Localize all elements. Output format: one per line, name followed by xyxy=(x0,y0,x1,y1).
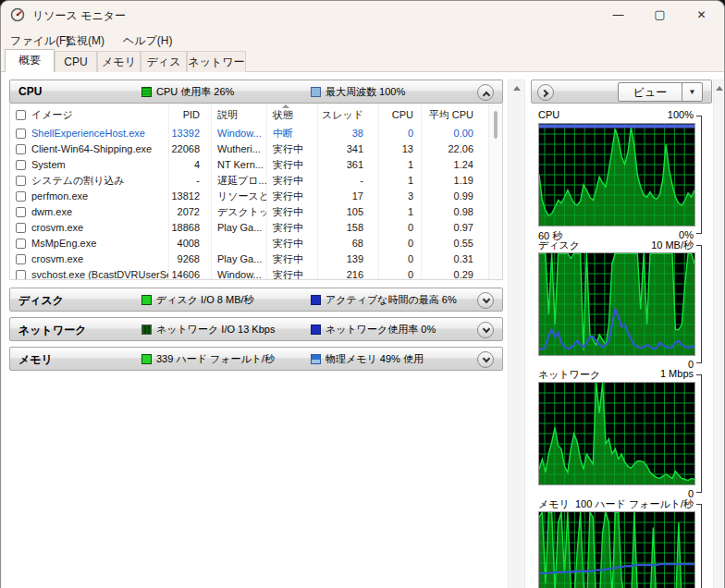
memory-section-header[interactable]: メモリ 339 ハード フォールト/秒 物理メモリ 49% 使用 xyxy=(9,347,503,371)
column-pid[interactable]: PID xyxy=(169,104,212,126)
network-section-title: ネットワーク xyxy=(18,323,86,338)
scroll-up-icon[interactable] xyxy=(513,86,521,91)
chevron-down-icon xyxy=(483,355,490,362)
process-row[interactable]: Client-Win64-Shipping.exe22068Wutheri...… xyxy=(10,141,502,157)
process-cell: 0.31 xyxy=(422,251,488,267)
process-checkbox[interactable] xyxy=(16,129,26,139)
title-bar: リソース モニター — ▢ ✕ xyxy=(1,1,724,29)
network-io-legend: ネットワーク I/O 13 Kbps xyxy=(141,323,275,337)
disk-graph-max-label: 10 MB/秒 xyxy=(651,239,694,252)
process-row[interactable]: システムの割り込み-遅延プロ...実行中-11.19 xyxy=(10,173,502,189)
resource-monitor-window: リソース モニター — ▢ ✕ ファイル(F) 監視(M) ヘルプ(H) 概要 … xyxy=(0,0,725,588)
column-threads[interactable]: スレッド xyxy=(318,104,379,126)
network-graph xyxy=(538,382,695,485)
tab-bar: 概要 CPU メモリ ディスク ネットワーク xyxy=(1,49,724,72)
process-checkbox[interactable] xyxy=(16,176,26,186)
network-io-swatch-icon xyxy=(141,325,152,335)
maximize-button[interactable]: ▢ xyxy=(639,1,681,29)
process-cell: 216 xyxy=(318,267,379,280)
tab-overview[interactable]: 概要 xyxy=(5,49,55,72)
process-checkbox[interactable] xyxy=(16,223,26,233)
network-section-header[interactable]: ネットワーク ネットワーク I/O 13 Kbps ネットワーク使用率 0% xyxy=(9,317,503,341)
cpu-graph-max-label: 100% xyxy=(668,109,694,120)
column-avg-cpu[interactable]: 平均 CPU xyxy=(422,104,488,126)
view-button-label: ビュー xyxy=(619,83,682,102)
process-row[interactable]: crosvm.exe9268Play Ga...実行中13900.31 xyxy=(10,251,502,267)
process-row[interactable]: MsMpEng.exe4008実行中6800.55 xyxy=(10,236,502,251)
cpu-section-header[interactable]: CPU CPU 使用率 26% 最大周波数 100% xyxy=(9,80,503,104)
cpu-graph-title: CPU xyxy=(538,109,559,120)
scroll-up-icon[interactable] xyxy=(716,86,723,91)
graph-panel-scrollbar[interactable] xyxy=(713,80,725,588)
process-checkbox[interactable] xyxy=(16,207,26,217)
disk-expand-button[interactable] xyxy=(477,292,494,309)
close-button[interactable]: ✕ xyxy=(681,1,722,29)
process-cell: - xyxy=(318,173,379,189)
network-graph-labels: ネットワーク 1 Mbps xyxy=(538,367,694,382)
process-checkbox[interactable] xyxy=(16,239,26,249)
network-graph-max-label: 1 Mbps xyxy=(660,368,694,379)
process-row[interactable]: dwm.exe2072デスクトッ...実行中10510.98 xyxy=(10,204,502,220)
disk-io-swatch-icon xyxy=(141,295,152,305)
process-checkbox[interactable] xyxy=(16,144,26,154)
table-scrollbar-thumb[interactable] xyxy=(494,111,498,139)
process-cell: 158 xyxy=(318,220,379,236)
process-cell: - xyxy=(169,173,212,189)
memory-graph xyxy=(538,511,695,588)
process-checkbox[interactable] xyxy=(16,270,26,280)
select-all-checkbox[interactable] xyxy=(16,110,26,120)
view-dropdown-icon[interactable]: ▼ xyxy=(682,83,702,101)
tab-network[interactable]: ネットワーク xyxy=(187,51,246,72)
cpu-scale-bracket xyxy=(696,116,702,234)
process-row[interactable]: System4NT Kern...実行中36111.24 xyxy=(10,157,502,173)
process-cell: perfmon.exe xyxy=(10,189,169,204)
panel-collapse-button[interactable] xyxy=(537,84,554,101)
process-cell: 実行中 xyxy=(267,236,318,251)
column-status[interactable]: 状態 xyxy=(267,104,318,126)
process-cell: 0.00 xyxy=(422,126,488,141)
process-row[interactable]: perfmon.exe13812リソースと...実行中1730.99 xyxy=(10,189,502,204)
main-scrollbar[interactable] xyxy=(508,80,525,588)
cpu-usage-legend: CPU 使用率 26% xyxy=(141,85,234,99)
tab-cpu[interactable]: CPU xyxy=(55,51,97,72)
process-cell: 341 xyxy=(318,141,379,157)
tab-disk[interactable]: ディスク xyxy=(141,51,187,72)
disk-io-legend: ディスク I/O 8 MB/秒 xyxy=(141,293,254,307)
column-cpu[interactable]: CPU xyxy=(379,104,422,126)
memory-phys-legend: 物理メモリ 49% 使用 xyxy=(311,352,424,366)
process-checkbox[interactable] xyxy=(16,191,26,202)
memory-expand-button[interactable] xyxy=(477,351,494,368)
process-cell: 139 xyxy=(318,251,379,267)
cpu-graph xyxy=(538,123,695,227)
process-cell: 361 xyxy=(318,157,379,173)
resource-monitor-icon xyxy=(10,7,25,22)
process-cell: システムの割り込み xyxy=(10,173,169,189)
column-image[interactable]: イメージ xyxy=(10,104,169,126)
process-row[interactable]: svchost.exe (BcastDVRUserSer...14606Wind… xyxy=(10,267,502,280)
process-cell: 遅延プロ... xyxy=(212,173,267,189)
disk-section-header[interactable]: ディスク ディスク I/O 8 MB/秒 アクティブな時間の最高 6% xyxy=(9,288,503,312)
process-cell: 9268 xyxy=(169,251,212,267)
process-cell: ShellExperienceHost.exe xyxy=(10,126,169,141)
process-row[interactable]: crosvm.exe18868Play Ga...実行中15800.97 xyxy=(10,220,502,236)
memory-faults-legend: 339 ハード フォールト/秒 xyxy=(141,352,275,366)
network-expand-button[interactable] xyxy=(477,322,494,338)
column-desc[interactable]: 説明 xyxy=(212,104,267,126)
tab-memory[interactable]: メモリ xyxy=(97,51,141,72)
disk-active-legend: アクティブな時間の最高 6% xyxy=(311,293,457,307)
memory-faults-swatch-icon xyxy=(141,354,152,364)
process-checkbox[interactable] xyxy=(16,160,26,170)
table-scrollbar[interactable] xyxy=(488,104,502,279)
menu-monitor[interactable]: 監視(M) xyxy=(62,31,108,51)
menu-help[interactable]: ヘルプ(H) xyxy=(119,31,177,51)
view-button[interactable]: ビュー ▼ xyxy=(618,82,703,102)
memory-scale-bracket xyxy=(696,504,702,588)
process-cell: 実行中 xyxy=(267,141,318,157)
process-cell: 14606 xyxy=(169,267,212,280)
process-checkbox[interactable] xyxy=(16,254,26,264)
process-row[interactable]: ShellExperienceHost.exe13392Window...中断3… xyxy=(10,126,502,141)
cpu-collapse-button[interactable] xyxy=(477,84,494,101)
disk-section-title: ディスク xyxy=(18,293,64,309)
process-cell: 0 xyxy=(379,236,422,251)
minimize-button[interactable]: — xyxy=(597,1,639,29)
